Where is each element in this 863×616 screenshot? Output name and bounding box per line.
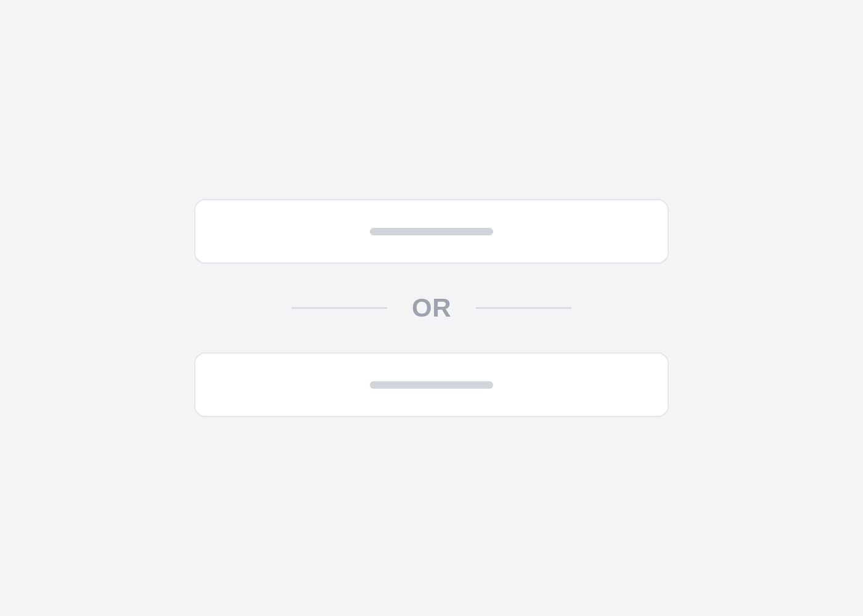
divider-line-left [292, 307, 387, 309]
option-button-bottom[interactable] [194, 352, 669, 417]
options-container: OR [194, 199, 669, 417]
divider-row: OR [194, 293, 669, 323]
skeleton-placeholder [370, 381, 493, 389]
skeleton-placeholder [370, 228, 493, 235]
option-button-top[interactable] [194, 199, 669, 264]
divider-label: OR [412, 293, 451, 323]
divider-line-right [476, 307, 571, 309]
